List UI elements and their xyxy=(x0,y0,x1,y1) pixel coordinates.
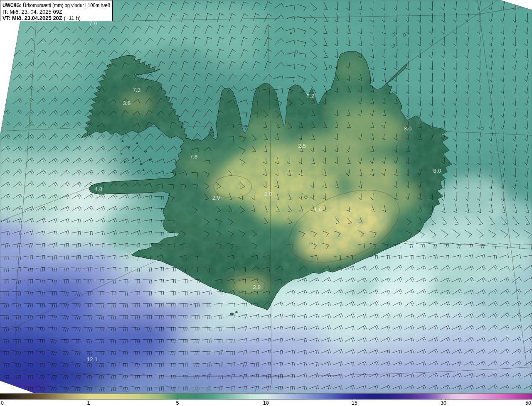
svg-text:10.1: 10.1 xyxy=(286,387,296,394)
svg-text:2.8: 2.8 xyxy=(253,284,261,290)
svg-text:7.9: 7.9 xyxy=(89,20,97,27)
svg-text:4.8: 4.8 xyxy=(95,186,103,192)
svg-text:2.0: 2.0 xyxy=(264,191,272,197)
svg-text:3.0: 3.0 xyxy=(404,125,412,132)
svg-text:3.6: 3.6 xyxy=(123,100,131,106)
svg-text:0: 0 xyxy=(1,400,4,406)
svg-text:12.1: 12.1 xyxy=(87,356,98,362)
svg-text:15: 15 xyxy=(352,400,357,406)
svg-text:30: 30 xyxy=(441,400,446,406)
svg-text:8.0: 8.0 xyxy=(433,168,441,174)
svg-text:7.2: 7.2 xyxy=(307,93,315,99)
svg-text:2.9: 2.9 xyxy=(212,195,220,201)
svg-text:5: 5 xyxy=(176,400,179,406)
svg-text:UWC/IG: Úrkomumætti (mm) og vi: UWC/IG: Úrkomumætti (mm) og vindur i 100… xyxy=(2,2,110,8)
svg-text:2.5: 2.5 xyxy=(298,143,306,149)
svg-text:VT: Mið. 23.04.2025 20Z (+11 h: VT: Mið. 23.04.2025 20Z (+11 h) xyxy=(2,15,81,21)
svg-text:1.6: 1.6 xyxy=(314,206,322,213)
svg-text:7.3: 7.3 xyxy=(133,87,141,93)
svg-text:50: 50 xyxy=(525,400,531,406)
svg-text:1: 1 xyxy=(87,400,90,406)
svg-text:7.6: 7.6 xyxy=(190,154,198,160)
svg-text:IT: Mið. 23. 04. 2025 09Z: IT: Mið. 23. 04. 2025 09Z xyxy=(2,9,62,15)
svg-text:10: 10 xyxy=(263,400,269,406)
